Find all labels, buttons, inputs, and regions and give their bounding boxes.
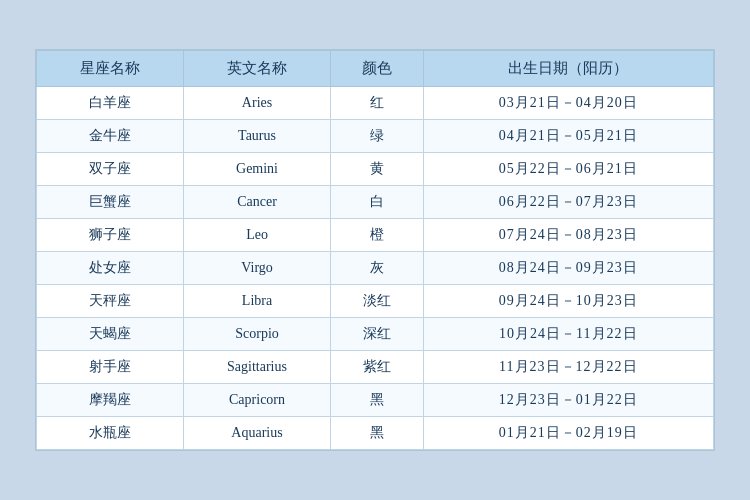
cell-color: 灰 — [331, 252, 424, 285]
cell-english-name: Virgo — [184, 252, 331, 285]
table-row: 金牛座Taurus绿04月21日－05月21日 — [37, 120, 714, 153]
cell-color: 紫红 — [331, 351, 424, 384]
cell-dates: 11月23日－12月22日 — [423, 351, 713, 384]
zodiac-table-container: 星座名称 英文名称 颜色 出生日期（阳历） 白羊座Aries红03月21日－04… — [35, 49, 715, 451]
cell-color: 淡红 — [331, 285, 424, 318]
cell-dates: 10月24日－11月22日 — [423, 318, 713, 351]
cell-english-name: Aries — [184, 87, 331, 120]
cell-chinese-name: 天秤座 — [37, 285, 184, 318]
cell-dates: 01月21日－02月19日 — [423, 417, 713, 450]
cell-dates: 07月24日－08月23日 — [423, 219, 713, 252]
table-row: 天蝎座Scorpio深红10月24日－11月22日 — [37, 318, 714, 351]
cell-english-name: Leo — [184, 219, 331, 252]
cell-color: 红 — [331, 87, 424, 120]
table-row: 水瓶座Aquarius黑01月21日－02月19日 — [37, 417, 714, 450]
cell-chinese-name: 双子座 — [37, 153, 184, 186]
col-header-english: 英文名称 — [184, 51, 331, 87]
table-row: 双子座Gemini黄05月22日－06月21日 — [37, 153, 714, 186]
cell-dates: 12月23日－01月22日 — [423, 384, 713, 417]
cell-english-name: Cancer — [184, 186, 331, 219]
cell-chinese-name: 白羊座 — [37, 87, 184, 120]
cell-chinese-name: 狮子座 — [37, 219, 184, 252]
table-row: 巨蟹座Cancer白06月22日－07月23日 — [37, 186, 714, 219]
col-header-color: 颜色 — [331, 51, 424, 87]
cell-english-name: Aquarius — [184, 417, 331, 450]
table-row: 摩羯座Capricorn黑12月23日－01月22日 — [37, 384, 714, 417]
cell-dates: 09月24日－10月23日 — [423, 285, 713, 318]
cell-color: 黑 — [331, 417, 424, 450]
cell-dates: 04月21日－05月21日 — [423, 120, 713, 153]
cell-chinese-name: 射手座 — [37, 351, 184, 384]
cell-color: 深红 — [331, 318, 424, 351]
cell-color: 黑 — [331, 384, 424, 417]
cell-english-name: Sagittarius — [184, 351, 331, 384]
table-row: 射手座Sagittarius紫红11月23日－12月22日 — [37, 351, 714, 384]
cell-chinese-name: 处女座 — [37, 252, 184, 285]
cell-english-name: Capricorn — [184, 384, 331, 417]
table-row: 天秤座Libra淡红09月24日－10月23日 — [37, 285, 714, 318]
col-header-dates: 出生日期（阳历） — [423, 51, 713, 87]
cell-dates: 03月21日－04月20日 — [423, 87, 713, 120]
zodiac-table: 星座名称 英文名称 颜色 出生日期（阳历） 白羊座Aries红03月21日－04… — [36, 50, 714, 450]
cell-chinese-name: 水瓶座 — [37, 417, 184, 450]
table-header-row: 星座名称 英文名称 颜色 出生日期（阳历） — [37, 51, 714, 87]
cell-chinese-name: 金牛座 — [37, 120, 184, 153]
cell-chinese-name: 天蝎座 — [37, 318, 184, 351]
cell-english-name: Scorpio — [184, 318, 331, 351]
table-row: 白羊座Aries红03月21日－04月20日 — [37, 87, 714, 120]
table-body: 白羊座Aries红03月21日－04月20日金牛座Taurus绿04月21日－0… — [37, 87, 714, 450]
cell-english-name: Libra — [184, 285, 331, 318]
cell-chinese-name: 巨蟹座 — [37, 186, 184, 219]
cell-dates: 06月22日－07月23日 — [423, 186, 713, 219]
cell-color: 橙 — [331, 219, 424, 252]
cell-dates: 08月24日－09月23日 — [423, 252, 713, 285]
table-row: 狮子座Leo橙07月24日－08月23日 — [37, 219, 714, 252]
col-header-chinese: 星座名称 — [37, 51, 184, 87]
cell-color: 黄 — [331, 153, 424, 186]
cell-english-name: Taurus — [184, 120, 331, 153]
cell-dates: 05月22日－06月21日 — [423, 153, 713, 186]
cell-color: 绿 — [331, 120, 424, 153]
cell-english-name: Gemini — [184, 153, 331, 186]
table-row: 处女座Virgo灰08月24日－09月23日 — [37, 252, 714, 285]
cell-color: 白 — [331, 186, 424, 219]
cell-chinese-name: 摩羯座 — [37, 384, 184, 417]
